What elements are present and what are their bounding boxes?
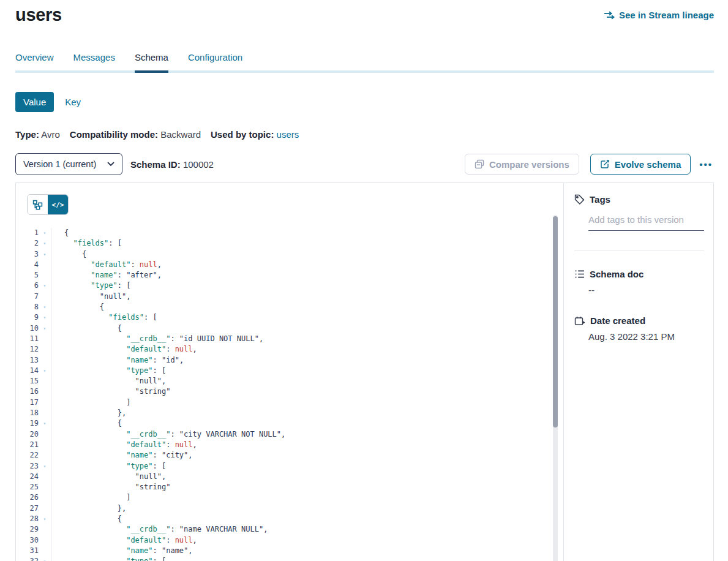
add-tags-input[interactable] — [588, 214, 704, 231]
ellipsis-icon: ••• — [699, 159, 713, 170]
line-number: 15 — [16, 376, 39, 386]
tab-overview[interactable]: Overview — [15, 52, 54, 70]
tags-header: Tags — [574, 194, 704, 205]
tags-title: Tags — [590, 194, 610, 205]
code-line: 19▾ { — [16, 418, 563, 429]
key-toggle-button[interactable]: Key — [65, 97, 81, 107]
type-meta: Type: Avro — [15, 129, 60, 140]
collapse-toggle-icon[interactable]: ▾ — [39, 238, 51, 249]
code-scrollbar-thumb[interactable] — [553, 216, 558, 427]
line-number: 7 — [16, 292, 39, 302]
code-text: { — [51, 418, 563, 429]
code-view-button[interactable]: </> — [48, 195, 68, 214]
code-text: "default": null, — [51, 440, 563, 450]
collapse-spacer — [39, 292, 51, 302]
collapse-toggle-icon[interactable]: ▾ — [39, 280, 51, 291]
compatibility-meta: Compatibility mode: Backward — [70, 129, 201, 140]
collapse-toggle-icon[interactable]: ▾ — [39, 418, 51, 429]
line-number: 2 — [16, 238, 39, 249]
code-line: 6▾ "type": [ — [16, 280, 563, 291]
code-line: 29 "__crdb__": "name VARCHAR NULL", — [16, 524, 563, 535]
tags-section: Tags — [574, 194, 704, 231]
collapse-toggle-icon[interactable]: ▾ — [39, 514, 51, 524]
line-number: 28 — [16, 514, 39, 524]
tree-icon — [32, 200, 43, 210]
code-text: "string" — [51, 482, 563, 492]
line-number: 25 — [16, 482, 39, 492]
collapse-toggle-icon[interactable]: ▾ — [39, 302, 51, 312]
more-options-button[interactable]: ••• — [698, 157, 714, 172]
value-key-toggle: Value Key — [15, 92, 714, 112]
view-toggle-group: </> — [27, 194, 69, 215]
line-number: 20 — [16, 429, 39, 440]
line-number: 1 — [16, 228, 39, 238]
tab-messages[interactable]: Messages — [73, 52, 115, 70]
code-text: { — [51, 249, 563, 260]
line-number: 21 — [16, 440, 39, 450]
line-number: 8 — [16, 302, 39, 312]
code-text: "type": [ — [51, 461, 563, 472]
line-number: 10 — [16, 323, 39, 334]
date-created-section: Date created Aug. 3 2022 3:21 PM — [574, 315, 704, 342]
line-number: 6 — [16, 280, 39, 291]
line-number: 16 — [16, 386, 39, 397]
schema-meta: Type: Avro Compatibility mode: Backward … — [15, 129, 714, 140]
calendar-plus-icon — [574, 316, 585, 326]
collapse-spacer — [39, 260, 51, 270]
schema-doc-title: Schema doc — [590, 269, 644, 279]
stream-lineage-link[interactable]: See in Stream lineage — [604, 10, 714, 20]
collapse-toggle-icon[interactable]: ▾ — [39, 461, 51, 472]
compatibility-value: Backward — [160, 129, 201, 140]
compare-versions-label: Compare versions — [489, 159, 569, 170]
code-line: 18 }, — [16, 408, 563, 418]
line-number: 27 — [16, 503, 39, 514]
collapse-toggle-icon[interactable]: ▾ — [39, 556, 51, 561]
tree-view-button[interactable] — [28, 195, 48, 214]
code-icon: </> — [52, 201, 64, 209]
tab-configuration[interactable]: Configuration — [188, 52, 242, 70]
tab-bar: Overview Messages Schema Configuration — [15, 52, 714, 73]
schema-id: Schema ID: 100002 — [130, 159, 214, 170]
tag-icon — [574, 194, 585, 205]
version-row: Version 1 (current) Schema ID: 100002 Co… — [15, 153, 714, 175]
collapse-toggle-icon[interactable]: ▾ — [39, 323, 51, 334]
code-text: "null", — [51, 376, 563, 386]
code-column: </> 1▾{2▾ "fields": [3▾ {4 "default": nu… — [16, 183, 563, 561]
line-number: 11 — [16, 334, 39, 344]
tab-schema[interactable]: Schema — [135, 52, 168, 73]
code-text: "__crdb__": "id UUID NOT NULL", — [51, 334, 563, 344]
schema-panel: </> 1▾{2▾ "fields": [3▾ {4 "default": nu… — [15, 183, 714, 561]
collapse-toggle-icon[interactable]: ▾ — [39, 228, 51, 238]
collapse-toggle-icon[interactable]: ▾ — [39, 366, 51, 376]
code-scrollbar[interactable] — [553, 215, 558, 561]
code-line: 13 "name": "id", — [16, 355, 563, 366]
double-arrow-right-icon — [604, 11, 615, 20]
code-text: "string" — [51, 386, 563, 397]
code-line: 32▾ "type": [ — [16, 556, 563, 561]
compare-versions-button[interactable]: Compare versions — [465, 154, 579, 175]
collapse-spacer — [39, 492, 51, 503]
collapse-toggle-icon[interactable]: ▾ — [39, 249, 51, 260]
code-text: ] — [51, 492, 563, 503]
collapse-spacer — [39, 376, 51, 386]
collapse-spacer — [39, 429, 51, 440]
version-select[interactable]: Version 1 (current) — [15, 153, 122, 175]
collapse-spacer — [39, 482, 51, 492]
collapse-toggle-icon[interactable]: ▾ — [39, 312, 51, 323]
code-text: { — [51, 514, 563, 524]
value-toggle-button[interactable]: Value — [15, 92, 54, 112]
code-line: 21 "default": null, — [16, 440, 563, 450]
code-line: 30 "default": null, — [16, 535, 563, 546]
line-number: 18 — [16, 408, 39, 418]
type-label: Type: — [15, 129, 39, 140]
collapse-spacer — [39, 270, 51, 280]
schema-id-label: Schema ID: — [130, 159, 181, 170]
type-value: Avro — [41, 129, 60, 140]
code-line: 2▾ "fields": [ — [16, 238, 563, 249]
line-number: 30 — [16, 535, 39, 546]
topic-label: Used by topic: — [211, 129, 274, 140]
evolve-schema-button[interactable]: Evolve schema — [590, 154, 691, 175]
code-line: 25 "string" — [16, 482, 563, 492]
line-number: 13 — [16, 355, 39, 366]
topic-link[interactable]: users — [277, 129, 299, 140]
